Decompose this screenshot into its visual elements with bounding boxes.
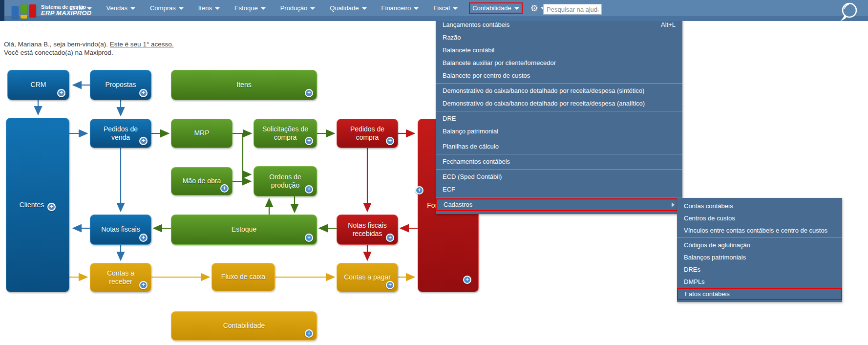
flow-node-itens[interactable]: Itens — [171, 70, 317, 100]
flow-node-estoque[interactable]: Estoque — [171, 215, 317, 245]
menu-item-balancete-centro-custos[interactable]: Balancete por centro de custos — [436, 69, 682, 82]
plus-icon[interactable] — [305, 234, 313, 242]
menu-item-demonstrativo-sintetico[interactable]: Demonstrativo do caixa/banco detalhado p… — [436, 85, 682, 97]
plus-icon[interactable] — [305, 185, 313, 194]
flow-node-label: Contabilidade — [223, 322, 265, 330]
flow-node-label: Notas fiscais recebidas — [342, 221, 393, 238]
menu-item-balancete-auxiliar[interactable]: Balancete auxiliar por cliente/fornecedo… — [436, 57, 682, 69]
plus-icon[interactable] — [139, 234, 148, 242]
plus-icon[interactable] — [139, 281, 148, 289]
flow-node-propostas[interactable]: Propostas — [90, 70, 151, 100]
menu-item-planilhas-de-calculo[interactable]: Planilhas de cálculo — [436, 140, 682, 153]
plus-icon[interactable] — [139, 89, 148, 97]
cadastros-submenu: Contas contábeis Centros de custos Víncu… — [677, 198, 842, 302]
menu-item-fechamentos-contabeis[interactable]: Fechamentos contábeis — [436, 155, 682, 168]
first-access-link[interactable]: Este é seu 1° acesso. — [110, 41, 174, 48]
nav-item-compras[interactable]: Compras — [147, 2, 187, 14]
chevron-down-icon — [130, 7, 135, 10]
submenu-arrow-icon — [672, 202, 675, 207]
menu-separator — [677, 237, 842, 238]
menu-separator — [436, 139, 682, 139]
plus-icon[interactable] — [220, 184, 229, 193]
chevron-down-icon — [453, 7, 458, 10]
chevron-down-icon — [414, 7, 419, 10]
welcome-message: Olá, Mariana B., seja bem-vindo(a). Este… — [4, 40, 174, 57]
menu-separator — [436, 169, 682, 170]
menu-item-balancete-contabil[interactable]: Balancete contábil — [436, 44, 682, 57]
plus-icon[interactable] — [386, 137, 394, 145]
flow-node-notas-fiscais[interactable]: Notas fiscais — [90, 215, 151, 245]
submenu-item-centros-de-custos[interactable]: Centros de custos — [677, 212, 842, 224]
menu-separator — [436, 83, 682, 84]
flow-node-ordens-producao[interactable]: Ordens de produção — [254, 166, 317, 196]
left-navy-strip — [0, 0, 4, 21]
flow-node-mrp[interactable]: MRP — [171, 119, 233, 148]
logo-bars-icon — [12, 2, 37, 19]
flow-node-contas-a-pagar[interactable]: Contas a pagar — [337, 263, 398, 292]
nav-item-estoque[interactable]: Estoque — [231, 2, 269, 14]
nav-item-producao[interactable]: Produção — [277, 2, 319, 14]
connection-status-text: Você está conectado(a) na Maxiprod. — [4, 48, 174, 57]
top-navigation-bar: Sistema de gestão ERP MAXIPROD CRM Venda… — [0, 0, 868, 21]
chevron-down-icon — [87, 7, 92, 10]
plus-icon[interactable] — [386, 234, 394, 242]
menu-item-ecf[interactable]: ECF — [436, 183, 682, 196]
flow-node-notas-fiscais-recebidas[interactable]: Notas fiscais recebidas — [337, 215, 398, 245]
flow-node-label: Notas fiscais — [101, 225, 140, 234]
chevron-down-icon — [362, 7, 367, 10]
chevron-down-icon — [261, 7, 266, 10]
chevron-down-icon — [179, 7, 184, 10]
nav-item-contabilidade[interactable]: Contabilidade — [469, 2, 523, 14]
flow-node-mao-de-obra[interactable]: Mão de obra — [171, 167, 233, 195]
chat-bubble-icon[interactable] — [838, 1, 860, 24]
menu-separator — [436, 197, 682, 197]
flow-node-crm[interactable]: CRM — [7, 70, 69, 100]
menu-item-cadastros[interactable]: Cadastros — [436, 198, 682, 211]
plus-icon[interactable] — [57, 89, 65, 97]
plus-icon[interactable] — [463, 276, 471, 284]
submenu-item-codigos-aglutinacao[interactable]: Códigos de aglutinação — [677, 239, 842, 251]
submenu-item-contas-contabeis[interactable]: Contas contábeis — [677, 200, 842, 212]
nav-item-financeiro[interactable]: Financeiro — [378, 2, 423, 14]
plus-icon[interactable] — [139, 137, 148, 145]
menu-separator — [436, 111, 682, 111]
flow-node-pedidos-compra[interactable]: Pedidos de compra — [337, 119, 398, 148]
chevron-down-icon — [215, 7, 220, 10]
plus-icon[interactable] — [305, 137, 313, 145]
nav-item-crm[interactable]: CRM — [66, 2, 95, 14]
submenu-item-vinculos[interactable]: Vínculos entre contas contábeis e centro… — [677, 224, 842, 237]
menu-item-balanco-patrimonial[interactable]: Balanço patrimonial — [436, 125, 682, 138]
flow-node-solicitacoes-compra[interactable]: Solicitações de compra — [254, 119, 317, 148]
main-menu: CRM Vendas Compras Itens Estoque Produçã… — [66, 0, 569, 16]
flow-node-fluxo-de-caixa[interactable]: Fluxo de caixa — [212, 263, 275, 291]
gear-icon — [530, 4, 538, 13]
nav-item-qualidade[interactable]: Qualidade — [326, 2, 370, 14]
flow-node-label: Estoque — [232, 225, 256, 234]
nav-item-fiscal[interactable]: Fiscal — [430, 2, 461, 14]
plus-icon[interactable] — [415, 186, 423, 194]
flow-node-label: Ordens de produção — [259, 173, 312, 190]
nav-item-vendas[interactable]: Vendas — [103, 2, 139, 14]
flow-node-clientes[interactable]: Clientes — [6, 118, 69, 292]
submenu-item-dres[interactable]: DREs — [677, 263, 842, 276]
menu-item-razao[interactable]: Razão — [436, 31, 682, 44]
flow-node-contas-a-receber[interactable]: Contas a receber — [90, 263, 151, 292]
flow-node-contabilidade[interactable]: Contabilidade — [171, 311, 317, 341]
submenu-item-dmpls[interactable]: DMPLs — [677, 276, 842, 288]
submenu-item-fatos-contabeis[interactable]: Fatos contábeis — [677, 288, 842, 300]
menu-item-demonstrativo-analitico[interactable]: Demonstrativo do caixa/banco detalhado p… — [436, 97, 682, 110]
plus-icon[interactable] — [305, 89, 313, 97]
flow-node-label: Solicitações de compra — [259, 125, 312, 142]
plus-icon[interactable] — [47, 203, 56, 211]
submenu-item-balancos-patrimoniais[interactable]: Balanços patrimoniais — [677, 251, 842, 263]
help-search-input[interactable] — [543, 4, 602, 15]
menu-item-dre[interactable]: DRE — [436, 112, 682, 125]
flow-node-pedidos-venda[interactable]: Pedidos de venda — [90, 119, 151, 148]
flow-node-label: Mão de obra — [183, 177, 221, 186]
menu-item-ecd[interactable]: ECD (Sped Contábil) — [436, 171, 682, 183]
menu-separator — [436, 154, 682, 154]
nav-item-itens[interactable]: Itens — [195, 2, 223, 14]
flow-node-label: Contas a receber — [95, 269, 146, 286]
plus-icon[interactable] — [305, 329, 313, 338]
plus-icon[interactable] — [386, 281, 394, 289]
